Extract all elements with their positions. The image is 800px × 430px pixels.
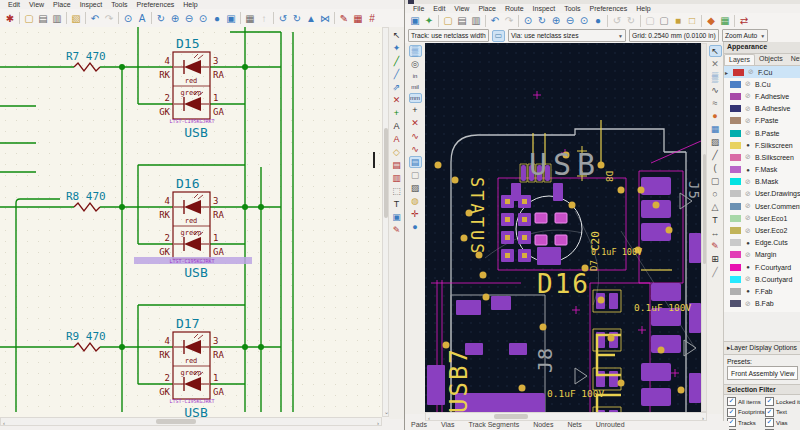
checkbox-checked-icon[interactable]: ✓ [765,408,774,417]
wire-junction[interactable] [242,64,248,70]
led-circuit-d16[interactable]: R8 4704RK3RA2GK1GAredgreenD16LTST-C195KG… [0,165,281,280]
checkbox-checked-icon[interactable]: ✓ [765,418,774,427]
pin-number[interactable]: 1 [213,373,218,383]
delete-tool-icon[interactable]: ✎ [390,224,403,236]
zoom-to-selection-icon[interactable]: ⊙ [121,11,135,25]
layer-color-swatch[interactable] [730,93,741,100]
wire-junction[interactable] [258,344,264,350]
via[interactable] [519,385,526,392]
zoom-out-icon[interactable]: ⊖ [182,11,196,25]
pcb-text-j5[interactable]: J5 [686,181,701,200]
layer-row-edge-cuts[interactable]: ●Edge.Cuts [724,237,800,249]
layer-row-f-silkscreen[interactable]: ●F.Silkscreen [724,139,800,151]
symbol-editor-icon[interactable]: ✎ [337,11,351,25]
value-field[interactable]: USB [184,405,208,417]
text-tool-icon[interactable]: T [390,198,403,210]
pad-smd[interactable] [491,296,511,310]
board-setup-icon[interactable]: ✦ [422,14,436,28]
pcb-text-0-1uf-100v[interactable]: 0.1uF 100V [591,247,642,257]
pad-smd[interactable] [553,183,563,201]
via[interactable] [608,335,615,342]
paste-icon[interactable]: ▧ [69,11,83,25]
dimension-icon[interactable]: ↔ [709,227,722,239]
layer-row-b-silkscreen[interactable]: ⊘B.Silkscreen [724,151,800,163]
layer-hidden-eye-icon[interactable]: ⊘ [744,214,752,222]
menu-place[interactable]: Place [49,1,75,8]
via[interactable] [483,294,490,301]
undo-icon[interactable]: ↶ [488,14,502,28]
led-circuit-d15[interactable]: R7 4704RK3RA2GK1GAredgreenD15LTST-C195KG… [0,27,281,140]
via[interactable] [569,202,576,209]
led-color-label[interactable]: green [180,229,201,237]
tab-layers[interactable]: Layers [724,54,755,65]
route-diffpair-icon[interactable]: ≈ [709,97,722,109]
pcb-text-j8[interactable]: J8 [533,347,557,373]
green-led-triangle[interactable] [184,377,201,391]
selection-tool-icon[interactable]: ↖ [709,45,722,57]
layer-row-f-courtyard[interactable]: ●F.Courtyard [724,261,800,273]
reference-d15[interactable]: D15 [176,36,199,51]
pin-name[interactable]: RK [159,70,170,80]
pin-number[interactable]: 3 [213,56,218,66]
menu-inspect[interactable]: Inspect [529,5,560,12]
pin-number[interactable]: 4 [165,336,170,346]
pcb-text-usb[interactable]: USB [529,147,601,182]
layer-hidden-eye-icon[interactable]: ⊘ [744,227,752,235]
layer-hidden-eye-icon[interactable]: ⊘ [744,178,752,186]
layer-hidden-eye-icon[interactable]: ⊘ [744,300,752,308]
grid-select[interactable]: Grid: 0.2540 mm (0.0100 in)▼ [629,29,719,42]
rotate-ccw-icon[interactable]: ↺ [610,14,624,28]
green-led-triangle[interactable] [184,97,201,111]
via[interactable] [452,177,459,184]
led-color-label[interactable]: red [185,357,198,365]
menu-inspect[interactable]: Inspect [76,1,107,8]
layer-color-swatch[interactable] [730,81,741,88]
hierarchical-label-icon[interactable]: ◇ [390,146,403,158]
hierarchical-sheet-icon[interactable]: ▤ [390,159,403,171]
layer-row-b-adhesive[interactable]: ⊘B.Adhesive [724,103,800,115]
layer-visible-eye-icon[interactable]: ● [744,166,752,174]
red-led-triangle[interactable] [184,200,201,214]
wire-tool-icon[interactable]: ╱ [390,55,403,67]
no-connect-icon[interactable]: ✕ [390,94,403,106]
auto-track-width-button[interactable]: ▭ [492,30,505,42]
zoom-in-icon[interactable]: ⊕ [549,14,563,28]
wire-junction[interactable] [242,344,248,350]
pcb-text-status[interactable]: STATUS [467,177,487,256]
led-color-label[interactable]: red [185,217,198,225]
layer-color-swatch[interactable] [730,203,741,210]
pad-selected[interactable] [555,213,567,223]
zoom-objects-icon[interactable]: ● [210,11,224,25]
reference-d16[interactable]: D16 [176,176,199,191]
footprint-field[interactable]: LTST-C195KGJRKT [169,398,214,404]
net-label-icon[interactable]: A [390,120,403,132]
tab-nets[interactable]: Nets [787,54,800,65]
pad-selected[interactable] [535,235,547,245]
layer-display-options[interactable]: ▸Layer Display Options [724,341,800,355]
layer-color-swatch[interactable] [733,69,744,76]
layer-hidden-eye-icon[interactable]: ⊘ [747,68,755,76]
ratsnest-curved-icon[interactable]: ∿ [409,130,422,142]
wire-junction[interactable] [119,344,125,350]
find-icon[interactable]: ⊙ [521,14,535,28]
pcb-text-d16[interactable]: D16 [537,269,590,299]
menu-route[interactable]: Route [501,5,528,12]
checkbox-checked-icon[interactable]: ✓ [727,408,736,417]
via[interactable] [598,297,605,304]
add-zone-icon[interactable]: ▨ [709,136,722,148]
filter-checkbox-locked-items[interactable]: ✓Locked items [765,397,800,406]
wire-junction[interactable] [119,64,125,70]
layer-row-f-paste[interactable]: ⊘F.Paste [724,115,800,127]
red-led-triangle[interactable] [184,60,201,74]
pad-selected[interactable] [555,235,567,245]
image-tool-icon[interactable]: ▣ [390,211,403,223]
layer-color-swatch[interactable] [730,105,741,112]
menu-help[interactable]: Help [632,5,654,12]
track-width-select[interactable]: Track: use netclass width▼ [408,29,489,42]
led-color-label[interactable]: red [185,77,198,85]
resistor-r8[interactable] [74,203,100,211]
units-mil-button[interactable]: mil [409,82,422,92]
footprint-assign-icon[interactable]: ▦ [351,11,365,25]
measure-icon[interactable]: ╱ [709,266,722,278]
new-sheet-icon[interactable]: ▢ [22,11,36,25]
